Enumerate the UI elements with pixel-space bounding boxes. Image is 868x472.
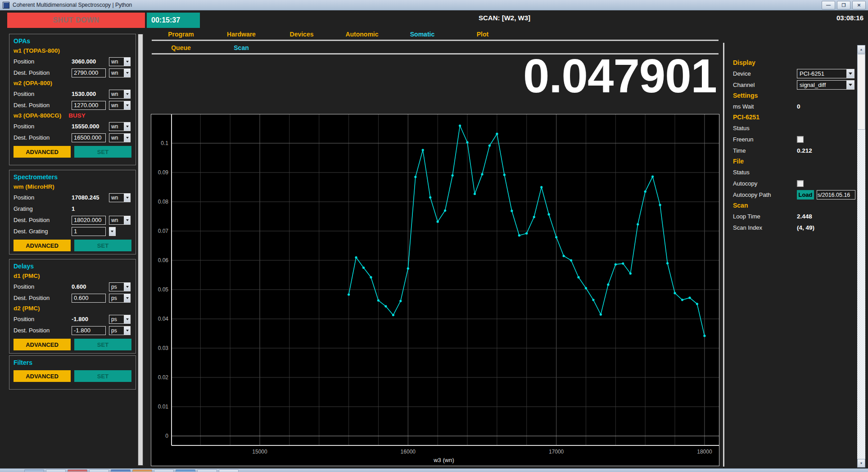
tab-scan[interactable]: Scan [211, 42, 271, 53]
time-value: 0.212 [797, 147, 812, 154]
data-point [459, 124, 461, 127]
unit-select[interactable]: wn [109, 57, 131, 66]
right-scrollbar-thumb[interactable] [857, 54, 865, 130]
scroll-up-icon[interactable]: ▲ [857, 45, 865, 54]
dest-grating-input[interactable] [72, 227, 106, 236]
field-label: Autocopy Path [733, 191, 797, 198]
grating-select-arrow-icon[interactable] [109, 227, 116, 236]
left-scrollbar[interactable] [137, 34, 144, 466]
unit-select[interactable]: wn [109, 193, 131, 202]
field-label: Position [14, 283, 72, 290]
advanced-button[interactable]: ADVANCED [14, 339, 71, 350]
device-header-wm-microhr: wm (MicroHR) [14, 182, 131, 192]
unit-select[interactable]: wn [109, 68, 131, 77]
shutdown-button[interactable]: SHUT DOWN [7, 13, 145, 28]
right-scrollbar[interactable]: ▲ ▼ [857, 45, 865, 467]
data-point [348, 293, 350, 295]
unit-select[interactable]: ps [109, 294, 131, 303]
grating-value: 1 [72, 205, 106, 212]
data-point [629, 272, 632, 275]
taskbar-button[interactable] [219, 469, 239, 472]
minimize-icon[interactable]: — [822, 1, 835, 9]
unit-select[interactable]: wn [109, 101, 131, 110]
autocopy-path-row: Autocopy PathLoad [733, 189, 855, 200]
advanced-button[interactable]: ADVANCED [14, 240, 71, 251]
y-tick-label: 0.05 [158, 286, 169, 293]
taskbar-button[interactable] [24, 469, 44, 472]
tab-program[interactable]: Program [151, 29, 211, 40]
unit-label: wn [109, 90, 124, 98]
set-button[interactable]: SET [74, 240, 131, 251]
unit-select[interactable]: wn [109, 122, 131, 131]
autocopy-path-input[interactable] [817, 190, 855, 200]
data-point [429, 196, 431, 199]
taskbar-button[interactable] [176, 469, 195, 472]
dest-position-input[interactable] [72, 326, 106, 335]
wm-microhr-position-row: Position17080.245wn [14, 192, 131, 203]
autocopy-checkbox[interactable] [797, 180, 804, 187]
data-point [533, 216, 535, 218]
tab-autonomic[interactable]: Autonomic [332, 29, 392, 40]
unit-select[interactable]: ps [109, 315, 131, 324]
position-value: 15550.000 [72, 123, 106, 130]
dest-position-input[interactable] [72, 294, 106, 303]
unit-select[interactable]: ps [109, 326, 131, 335]
data-point [622, 263, 624, 265]
group-opas: OPAsw1 (TOPAS-800)Position3060.000wnDest… [9, 34, 136, 165]
restore-icon[interactable]: ❐ [837, 1, 850, 9]
w2-opa-800-position-row: Position1530.000wn [14, 88, 131, 100]
left-scrollbar-thumb[interactable] [138, 34, 143, 465]
data-point [674, 292, 676, 294]
dest-position-input[interactable] [72, 101, 106, 110]
unit-label: wn [109, 58, 124, 66]
advanced-button[interactable]: ADVANCED [14, 146, 71, 158]
group-spectrometers: Spectrometerswm (MicroHR)Position17080.2… [9, 170, 136, 254]
tab-hardware[interactable]: Hardware [211, 29, 271, 40]
section-title-settings: Settings [733, 91, 855, 101]
position-value: 17080.245 [72, 194, 106, 201]
field-label: Scan Index [733, 224, 797, 231]
tab-devices[interactable]: Devices [271, 29, 332, 40]
set-button[interactable]: SET [74, 339, 131, 350]
taskbar-button[interactable] [154, 469, 174, 472]
center-scrollbar[interactable] [723, 43, 724, 467]
unit-select[interactable]: wn [109, 90, 131, 99]
freerun-checkbox[interactable] [797, 136, 804, 143]
scroll-down-icon[interactable]: ▼ [857, 459, 865, 467]
tab-queue[interactable]: Queue [151, 42, 211, 53]
dest-position-input[interactable] [72, 133, 106, 142]
data-point [615, 263, 617, 266]
taskbar-button[interactable] [46, 469, 66, 472]
close-icon[interactable]: ✕ [852, 1, 866, 9]
taskbar-button[interactable] [132, 469, 152, 472]
position-value: -1.800 [72, 316, 106, 322]
dest-position-input[interactable] [72, 216, 106, 225]
set-button[interactable]: SET [74, 146, 131, 158]
taskbar-button[interactable] [68, 469, 87, 472]
d1-pmc-dest-position-row: Dest. Positionps [14, 292, 131, 304]
field-label: Status [733, 169, 797, 176]
unit-select[interactable]: wn [109, 216, 131, 225]
data-point [540, 186, 542, 188]
dest-position-input[interactable] [72, 68, 106, 77]
field-label: Dest. Position [14, 69, 72, 76]
set-button[interactable]: SET [74, 370, 131, 382]
taskbar-button[interactable] [89, 469, 109, 472]
taskbar-button[interactable] [197, 469, 217, 472]
advanced-button[interactable]: ADVANCED [14, 370, 71, 382]
field-label: Dest. Position [14, 134, 72, 141]
tab-somatic[interactable]: Somatic [392, 29, 452, 40]
unit-label: wn [109, 69, 124, 77]
tab-plot[interactable]: Plot [452, 29, 513, 40]
unit-select[interactable]: ps [109, 282, 131, 291]
channel-select[interactable]: signal_diff [797, 80, 854, 90]
device-name: w1 (TOPAS-800) [14, 47, 60, 54]
unit-select[interactable]: wn [109, 133, 131, 142]
chevron-down-icon [124, 101, 130, 109]
load-button[interactable]: Load [797, 190, 814, 200]
device-select[interactable]: PCI-6251 [797, 69, 854, 78]
group-title-delays: Delays [14, 261, 131, 271]
taskbar-button[interactable] [111, 469, 131, 472]
scan-index-value: (4, 49) [797, 224, 814, 231]
device-name: w3 (OPA-800CG) [14, 112, 61, 119]
